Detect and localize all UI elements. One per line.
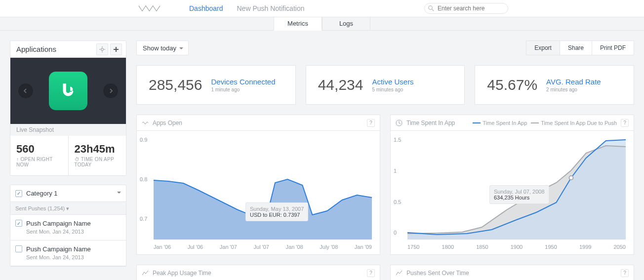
nav-dashboard[interactable]: Dashboard — [189, 4, 223, 12]
chart-title: Apps Open — [153, 120, 182, 126]
x-tick: 1950 — [545, 244, 557, 250]
category-header[interactable]: Category 1 — [10, 185, 126, 202]
stat-open-label: ↑ OPEN RIGHT NOW — [16, 157, 62, 167]
search-input[interactable] — [424, 3, 508, 14]
legend-item: Time Spent In App Due to Push — [531, 120, 617, 126]
x-axis: Jan '06 Jul '06 Jan '07 Jul '07 Jan '08 … — [154, 244, 372, 250]
carousel-prev-icon[interactable] — [18, 83, 33, 98]
applications-panel: Applications Live Snapshot 560 ↑ OPEN RI… — [10, 40, 126, 176]
x-tick: Jul '07 — [254, 244, 269, 250]
date-range-dropdown[interactable]: Show today — [136, 40, 189, 55]
nav-new-push[interactable]: New Push Notification — [237, 4, 305, 12]
kpi-timestamp: 1 minute ago — [211, 87, 275, 92]
x-tick: Jul '06 — [188, 244, 203, 250]
line-chart-icon — [142, 270, 149, 277]
y-tick: 0.5 — [394, 199, 401, 205]
push-item[interactable]: Push Campaign Name Sent Mon. Jan 24, 201… — [10, 215, 126, 240]
print-pdf-button[interactable]: Print PDF — [592, 40, 634, 55]
date-range-label: Show today — [143, 44, 176, 52]
push-name: Push Campaign Name — [26, 245, 91, 254]
share-button[interactable]: Share — [560, 40, 592, 55]
x-tick: 1900 — [511, 244, 523, 250]
x-tick: 1750 — [407, 244, 419, 250]
action-buttons: Export Share Print PDF — [526, 40, 634, 55]
kpi-timestamp: 5 minutes ago — [372, 87, 413, 92]
kpi-value: 45.67% — [487, 77, 537, 93]
chart-row-1: Apps Open ? 0.9 0.8 0.7 Sunday, May 13, … — [136, 115, 634, 255]
chart-title: Time Spent In App — [406, 120, 455, 126]
kpi-avg-read-rate: 45.67% AVG. Read Rate2 minutes ago — [475, 65, 634, 105]
y-tick: 0 — [394, 230, 397, 236]
push-checkbox[interactable] — [15, 220, 22, 227]
legend-label: Time Spent In App — [483, 120, 527, 126]
chart-peak-usage: Peak App Usage Time ? — [136, 265, 380, 280]
chart-row-2: Peak App Usage Time ? Pushes Sent Over T… — [136, 265, 634, 280]
y-tick: 1 — [394, 168, 397, 174]
svg-point-2 — [101, 48, 104, 50]
chevron-down-icon — [117, 192, 121, 196]
sent-pushes-subheader[interactable]: Sent Pushes (1,254) ▾ — [10, 202, 126, 215]
main-area: Applications Live Snapshot 560 ↑ OPEN RI… — [0, 31, 644, 280]
x-tick: 1800 — [442, 244, 454, 250]
tooltip-value: 634,235 Hours — [494, 195, 545, 200]
snapshot-label: Live Snapshot — [10, 124, 126, 136]
x-tick: Jan '08 — [286, 244, 303, 250]
push-name: Push Campaign Name — [26, 220, 91, 228]
y-tick: 0.9 — [140, 137, 147, 143]
chart-apps-open: Apps Open ? 0.9 0.8 0.7 Sunday, May 13, … — [136, 115, 380, 255]
export-button[interactable]: Export — [526, 40, 560, 55]
stat-time-label: ⏱ TIME ON APP TODAY — [75, 157, 121, 167]
stat-time-on-app: 23h45m ⏱ TIME ON APP TODAY — [69, 136, 126, 175]
y-tick: 0.8 — [140, 176, 147, 182]
x-tick: Jan '09 — [355, 244, 372, 250]
app-logo-vine[interactable] — [49, 72, 87, 110]
kpi-value: 285,456 — [149, 77, 202, 93]
tab-logs[interactable]: Logs — [322, 17, 370, 30]
stat-time-value: 23h45m — [75, 143, 121, 156]
tooltip-date: Sunday, Jul 07, 2008 — [494, 189, 545, 195]
push-checkbox[interactable] — [15, 245, 22, 252]
plus-icon[interactable] — [110, 43, 122, 55]
tooltip-value: USD to EUR: 0.7397 — [250, 212, 304, 218]
applications-header: Applications — [10, 41, 126, 58]
help-icon[interactable]: ? — [621, 269, 629, 277]
chart-tooltip: Sunday, May 13, 2007 USD to EUR: 0.7397 — [245, 202, 308, 221]
search-wrap — [424, 3, 508, 14]
svg-point-0 — [429, 6, 433, 10]
category-checkbox[interactable] — [15, 190, 22, 197]
applications-title: Applications — [16, 45, 56, 53]
chart-svg — [154, 136, 372, 240]
chart-pushes-sent: Pushes Sent Over Time ? — [390, 265, 634, 280]
sidebar: Applications Live Snapshot 560 ↑ OPEN RI… — [10, 40, 126, 280]
category-panel: Category 1 Sent Pushes (1,254) ▾ Push Ca… — [10, 185, 126, 267]
kpi-label: Active Users — [372, 78, 413, 86]
top-header: Dashboard New Push Notification — [0, 0, 644, 17]
tooltip-date: Sunday, May 13, 2007 — [250, 206, 304, 212]
x-tick: 1850 — [476, 244, 488, 250]
y-tick: 0.7 — [140, 216, 147, 222]
kpi-label: Devices Connected — [211, 78, 275, 86]
help-icon[interactable]: ? — [367, 269, 375, 277]
help-icon[interactable]: ? — [367, 119, 375, 127]
content-toolbar: Show today Export Share Print PDF — [136, 40, 634, 55]
sub-tabbar: Metrics Logs — [0, 17, 644, 31]
chart-time-spent: Time Spent In App Time Spent In App Time… — [390, 115, 634, 255]
y-tick: 1.5 — [394, 137, 401, 143]
tab-metrics[interactable]: Metrics — [274, 17, 322, 31]
live-stats: 560 ↑ OPEN RIGHT NOW 23h45m ⏱ TIME ON AP… — [10, 136, 126, 175]
wave-logo — [136, 4, 175, 13]
category-name: Category 1 — [26, 190, 58, 197]
help-icon[interactable]: ? — [621, 119, 629, 127]
kpi-label: AVG. Read Rate — [546, 78, 601, 86]
chart-title: Pushes Sent Over Time — [406, 270, 469, 277]
gear-icon[interactable] — [96, 43, 108, 55]
kpi-value: 44,234 — [318, 77, 363, 93]
x-axis: 1750 1800 1850 1900 1950 1999 2050 — [407, 244, 626, 250]
push-item[interactable]: Push Campaign Name Sent Mon. Jan 24, 201… — [10, 240, 126, 266]
carousel-next-icon[interactable] — [103, 83, 118, 98]
search-icon — [428, 5, 434, 11]
chart-tooltip: Sunday, Jul 07, 2008 634,235 Hours — [489, 185, 549, 204]
x-tick: 1999 — [579, 244, 591, 250]
push-date: Sent Mon. Jan 24, 2013 — [26, 254, 91, 261]
x-tick: Jan '06 — [154, 244, 171, 250]
